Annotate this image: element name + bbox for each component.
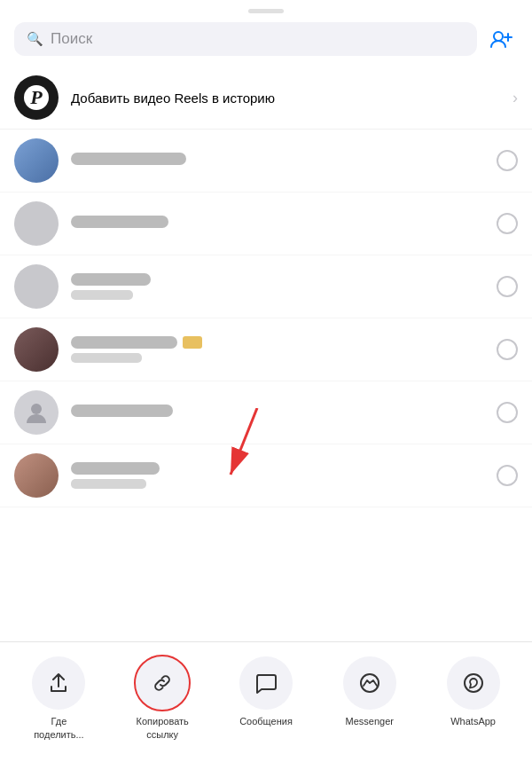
contact-info (71, 462, 497, 489)
avatar (14, 453, 59, 498)
contact-info (71, 216, 497, 232)
reels-avatar-letter: P (24, 85, 49, 110)
contact-radio[interactable] (497, 150, 518, 171)
share-icon-circle (32, 656, 85, 710)
action-messenger[interactable]: Messenger (317, 656, 421, 727)
whatsapp-label: WhatsApp (450, 715, 496, 727)
copy-link-label: Копировать ссылку (131, 715, 193, 741)
contact-item[interactable] (0, 192, 532, 255)
avatar (14, 390, 59, 435)
contact-radio[interactable] (497, 213, 518, 234)
reels-avatar: P (14, 75, 59, 120)
svg-point-0 (494, 32, 503, 41)
search-icon: 🔍 (27, 31, 43, 47)
share-label: Где поделить... (27, 715, 90, 741)
bottom-action-bar: Где поделить... Копировать ссылку Сообще… (0, 641, 532, 762)
messages-icon-circle (239, 656, 293, 710)
avatar (14, 201, 59, 246)
link-icon (151, 672, 174, 695)
svg-point-7 (465, 674, 482, 692)
whatsapp-icon (462, 672, 485, 695)
action-whatsapp[interactable]: WhatsApp (421, 656, 525, 727)
chevron-right-icon: › (512, 89, 518, 107)
contact-radio[interactable] (497, 339, 518, 360)
share-icon (47, 672, 70, 695)
avatar (14, 264, 59, 309)
contact-item[interactable] (0, 444, 532, 507)
contact-radio[interactable] (497, 276, 518, 297)
contact-item[interactable] (0, 381, 532, 444)
add-people-button[interactable] (486, 23, 518, 55)
message-icon (254, 672, 278, 695)
contact-list (0, 130, 532, 507)
contact-info (71, 336, 497, 363)
reels-label: Добавить видео Reels в историю (71, 90, 512, 106)
drag-indicator (248, 9, 284, 13)
avatar (14, 138, 59, 183)
svg-point-3 (31, 404, 42, 414)
contact-info (71, 273, 497, 300)
contact-item[interactable] (0, 255, 532, 318)
messenger-icon-circle (343, 656, 396, 710)
contact-radio[interactable] (497, 465, 518, 486)
avatar (14, 327, 59, 372)
search-bar[interactable]: 🔍 Поиск (14, 22, 477, 56)
contact-info (71, 405, 497, 421)
messenger-icon (358, 672, 381, 695)
copy-link-icon-circle (136, 656, 189, 710)
action-share[interactable]: Где поделить... (7, 656, 111, 741)
contact-item[interactable] (0, 130, 532, 192)
contact-info (71, 153, 497, 169)
whatsapp-icon-circle (447, 656, 500, 710)
add-people-icon (490, 29, 513, 49)
reels-row[interactable]: P Добавить видео Reels в историю › (0, 67, 532, 130)
messages-label: Сообщения (239, 715, 293, 727)
action-messages[interactable]: Сообщения (215, 656, 318, 727)
messenger-label: Messenger (346, 715, 394, 727)
contact-radio[interactable] (497, 402, 518, 423)
search-placeholder: Поиск (51, 30, 92, 48)
action-copy-link[interactable]: Копировать ссылку (111, 656, 215, 741)
contact-item[interactable] (0, 318, 532, 381)
action-items-row: Где поделить... Копировать ссылку Сообще… (7, 656, 525, 741)
